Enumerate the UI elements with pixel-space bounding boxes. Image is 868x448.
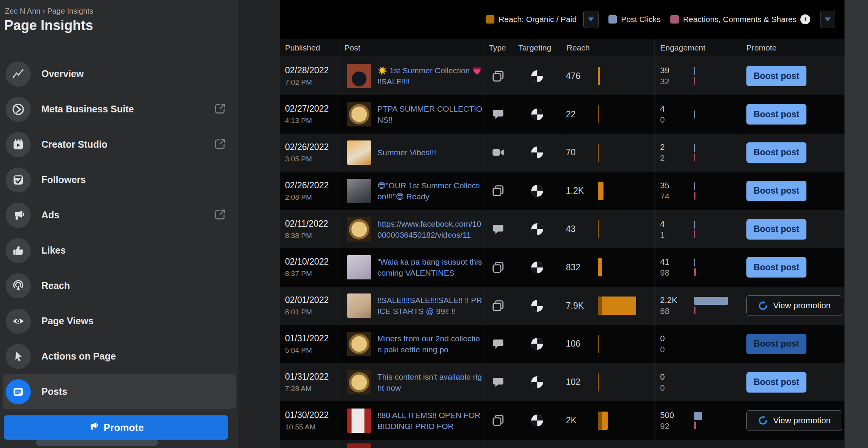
post-thumbnail[interactable] [347,332,371,356]
chart-legend: Reach: Organic / Paid Post Clicks Reacti… [280,0,844,39]
post-title[interactable]: Miners from our 2nd collection paki sett… [377,333,483,355]
globe-icon [531,337,544,350]
post-time: 8:01 PM [285,308,312,316]
boost-post-button[interactable]: Boost post [746,219,806,240]
reactions-value: 2 [660,153,694,164]
reach-value: 7.9K [566,301,598,311]
post-thumbnail[interactable] [347,102,371,126]
post-clicks-bar [694,297,728,305]
photo-stack-icon [492,70,504,82]
post-title[interactable]: ‼80 ALL ITEMS‼ OPEN FOR BIDDING! PRIO FO… [377,410,483,432]
boost-post-button[interactable]: Boost post [746,181,806,201]
sidebar-item-reach[interactable]: Reach [3,268,236,303]
sidebar-item-page-views[interactable]: Page Views [3,303,236,339]
post-time: 10:55 AM [285,423,315,431]
post-clicks-value: 500 [660,410,694,421]
post-title[interactable]: This content isn't available right now [377,371,483,393]
external-link-icon [213,101,227,117]
table-row: 02/26/2022 3:05 PM Summer Vibes!!! 70 2 … [280,134,844,172]
reactions-bar [694,306,695,314]
column-header-published: Published [280,39,339,56]
boost-post-button[interactable]: Boost post [746,66,806,86]
column-header-promote: Promote [741,39,844,56]
reactions-value: 0 [660,114,694,125]
globe-icon [531,184,544,197]
sidebar-item-overview[interactable]: Overview [3,56,236,91]
table-header: Published Post Type Targeting Reach Enga… [280,39,844,57]
megaphone-icon [6,203,31,228]
boost-post-button[interactable]: Boost post [746,372,806,393]
sidebar-nav: Overview Meta Business Suite Creator Stu… [3,56,236,409]
post-thumbnail[interactable] [347,140,371,165]
promote-button-label: Promote [104,422,144,434]
post-clicks-bar [694,144,695,152]
post-title[interactable]: ‼SALE‼‼SALE‼‼SALE‼ ‼ PRICE STARTS @ 99‼ … [377,295,483,317]
boost-post-button[interactable]: Boost post [746,104,806,125]
post-title[interactable]: Summer Vibes!!! [377,147,483,158]
reach-value: 22 [566,109,598,120]
sidebar-item-meta-business-suite[interactable]: Meta Business Suite [3,91,236,127]
post-clicks-bar [694,412,702,420]
view-promotion-button[interactable]: View promotion [746,295,842,316]
table-row: 02/26/2022 2:08 PM 😎"OUR 1st Summer Coll… [280,172,844,210]
column-header-targeting: Targeting [513,39,561,56]
post-title[interactable]: https://www.facebook.com/100000036450182… [377,218,483,240]
post-thumbnail[interactable] [347,293,371,318]
external-link-icon [213,207,227,223]
cursor-icon [6,344,31,369]
reactions-value: 98 [660,267,694,278]
view-promotion-label: View promotion [773,301,830,311]
post-title[interactable]: 😎"OUR 1st Summer Collection!!!"😎 Ready [377,180,483,202]
table-row: 02/27/2022 4:13 PM PTPA SUMMER COLLECTIO… [280,95,844,134]
reactions-value: 92 [660,421,694,432]
sidebar-item-actions-on-page[interactable]: Actions on Page [3,339,236,374]
post-date: 02/27/2022 [285,104,329,114]
promote-button[interactable]: Promote [4,415,228,440]
reach-legend-label: Reach: Organic / Paid [499,15,577,24]
refresh-icon [758,415,768,426]
post-clicks-bar [694,182,695,190]
breadcrumb[interactable]: Zec N Ann › Page Insights [5,7,93,16]
boost-post-button[interactable]: Boost post [746,142,806,163]
reach-legend-dropdown[interactable] [583,11,599,28]
chat-bubble-icon [493,109,504,120]
post-thumbnail[interactable] [347,64,371,88]
sidebar-item-ads[interactable]: Ads [3,197,236,233]
sidebar-item-followers[interactable]: Followers [3,162,236,197]
post-date: 02/26/2022 [285,142,329,152]
info-icon[interactable]: i [800,14,810,24]
chevron-down-icon [825,17,831,21]
post-thumbnail[interactable] [347,179,371,203]
table-row: 02/11/2022 8:38 PM https://www.facebook.… [280,210,844,248]
sidebar-item-creator-studio[interactable]: Creator Studio [3,127,236,162]
boost-post-button[interactable]: Boost post [746,334,806,354]
view-promotion-button[interactable]: View promotion [746,410,842,431]
sidebar-item-posts[interactable]: Posts [3,374,236,409]
post-title[interactable]: "Wala ka pa bang isusuot this coming VAL… [377,256,483,278]
post-thumbnail[interactable] [347,409,371,433]
view-promotion-label: View promotion [773,416,830,426]
post-thumbnail[interactable] [347,217,371,241]
sidebar-divider [5,409,231,409]
column-header-reach: Reach [561,39,655,56]
column-header-post: Post [339,39,483,56]
reactions-value: 32 [660,76,694,87]
followers-icon [6,167,31,192]
post-title[interactable]: ☀️ 1st Summer Collection 💗 ‼SALE‼‼ [377,65,483,87]
post-thumbnail[interactable] [347,255,371,279]
sidebar-item-likes[interactable]: Likes [3,233,236,268]
reach-legend-swatch [486,15,494,24]
post-thumbnail[interactable] [347,370,371,394]
horizontal-scrollbar-thumb[interactable] [36,439,158,446]
post-date: 02/11/2022 [285,219,328,229]
scrollbar-gutter[interactable] [845,0,868,448]
post-title[interactable]: PTPA SUMMER COLLECTIONS‼ [377,103,483,125]
table-row: 02/28/2022 7:02 PM ☀️ 1st Summer Collect… [280,57,844,95]
engagement-legend-dropdown[interactable] [820,11,835,28]
boost-post-button[interactable]: Boost post [746,257,806,278]
reach-bar [598,105,599,123]
reactions-legend-swatch [670,15,679,24]
post-date: 02/01/2022 [285,295,329,305]
reach-bar [598,258,602,276]
creator-studio-icon [6,132,31,157]
